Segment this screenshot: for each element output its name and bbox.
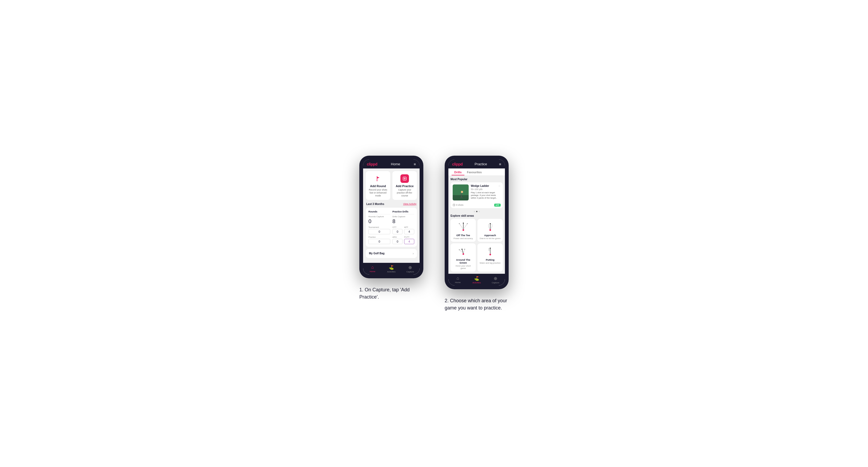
drill-thumbnail [453, 184, 469, 200]
hamburger-icon-2[interactable]: ≡ [499, 162, 501, 166]
dot-3[interactable] [478, 211, 480, 212]
svg-point-36 [488, 248, 489, 249]
rounds-capture-label: Rounds Capture [368, 215, 390, 218]
stats-header: Last 3 Months View Activity [366, 203, 417, 206]
nav-activities-2[interactable]: ⛳ Activities [467, 274, 486, 285]
nav-capture-1[interactable]: ⊕ Capture [401, 263, 420, 275]
phone1-bottom-nav: ⌂ Home ⛳ Activities ⊕ Capture [363, 263, 420, 275]
drill-footer: 9 shots APP [451, 203, 503, 208]
atg-name: Around The Green [453, 258, 474, 264]
approach-name: Approach [484, 234, 496, 237]
skill-card-approach[interactable]: Approach Dial-in to hit the green [477, 219, 503, 242]
phone1-header-title: Home [391, 162, 400, 166]
phone2-header: clippd Practice ≡ [448, 159, 505, 168]
skill-card-ott[interactable]: Off The Tee Power and accuracy [451, 219, 476, 242]
caption-1: 1. On Capture, tap 'Add Practice'. [359, 286, 423, 301]
drill-yardage: 50–100 yds [471, 188, 501, 191]
add-practice-title: Add Practice [396, 184, 413, 188]
add-round-card[interactable]: Add Round Record your shots fast or enha… [366, 171, 390, 200]
tournament-label: Tournament [368, 226, 390, 228]
phone1-section: clippd Home ≡ [359, 156, 423, 301]
arg-label: ARG [393, 236, 403, 238]
capture-nav-icon-1: ⊕ [408, 265, 412, 270]
putt-value: 4 [404, 239, 414, 244]
nav-home-2[interactable]: ⌂ Home [448, 274, 467, 285]
putting-name: Putting [486, 258, 495, 261]
svg-point-30 [490, 254, 491, 255]
ott-value: 0 [393, 229, 403, 234]
featured-drill-card[interactable]: Wedge Ladder ☆ 50–100 yds Play 1 shot at… [451, 182, 503, 208]
skill-card-putting[interactable]: Putting Make and lag practice [477, 243, 503, 272]
clippd-logo-1: clippd [367, 162, 377, 166]
app-stat: APP 4 [404, 226, 414, 234]
arg-stat: ARG 0 [393, 236, 403, 244]
nav-home-1[interactable]: ⌂ Home [363, 263, 382, 275]
star-icon[interactable]: ☆ [498, 184, 501, 187]
practice-drills-title: Practice Drills [393, 210, 414, 214]
activities-nav-icon-1: ⛳ [389, 265, 394, 270]
stats-grid: Rounds Rounds Capture 0 Tournament 0 [366, 208, 417, 247]
svg-point-22 [490, 223, 491, 224]
svg-point-19 [463, 223, 464, 224]
svg-point-3 [404, 178, 405, 179]
add-practice-desc: Capture your practice off-the-course [395, 188, 415, 197]
svg-line-15 [459, 224, 463, 229]
add-practice-card[interactable]: Add Practice Capture your practice off-t… [393, 171, 417, 200]
putt-label: PUTT [404, 236, 414, 238]
tab-drills[interactable]: Drills [452, 168, 464, 176]
phone2-header-title: Practice [474, 162, 487, 166]
caption-2: 2. Choose which area of your game you wa… [445, 297, 509, 312]
skill-areas-title: Explore skill areas [451, 214, 503, 217]
home-nav-label-1: Home [370, 270, 375, 273]
tabs-row: Drills Favourites [448, 168, 505, 176]
home-nav-icon-2: ⌂ [457, 276, 459, 281]
nav-activities-1[interactable]: ⛳ Activities [382, 263, 401, 275]
putting-diagram [484, 246, 497, 257]
svg-point-20 [467, 223, 468, 224]
svg-point-23 [463, 253, 464, 255]
clippd-logo-2: clippd [452, 162, 463, 166]
ott-name: Off The Tee [456, 234, 470, 237]
approach-diagram [484, 221, 497, 232]
phone1-screen: clippd Home ≡ [363, 159, 420, 275]
golf-bag-label: My Golf Bag [369, 252, 384, 255]
phone1-header: clippd Home ≡ [363, 159, 420, 168]
phone1: clippd Home ≡ [359, 156, 423, 278]
stats-row: Rounds Rounds Capture 0 Tournament 0 [368, 210, 414, 244]
svg-line-17 [463, 224, 467, 229]
skill-card-atg[interactable]: Around The Green Hone your short game [451, 243, 476, 272]
ott-diagram [457, 221, 470, 232]
svg-point-28 [461, 249, 463, 250]
add-round-desc: Record your shots fast or enhanced mode [368, 188, 388, 197]
activities-nav-icon-2: ⛳ [474, 276, 479, 281]
svg-point-21 [490, 229, 491, 231]
activities-nav-label-2: Activities [472, 281, 481, 284]
svg-line-13 [454, 205, 455, 205]
capture-nav-label-2: Capture [492, 281, 499, 284]
nav-capture-2[interactable]: ⊕ Capture [486, 274, 505, 285]
tab-favourites[interactable]: Favourites [464, 168, 485, 176]
dot-2[interactable] [476, 211, 477, 212]
action-cards: Add Round Record your shots fast or enha… [366, 171, 417, 200]
home-nav-icon-1: ⌂ [371, 265, 374, 270]
activities-nav-label-1: Activities [387, 271, 396, 273]
phone1-screen-content: Add Round Record your shots fast or enha… [363, 168, 420, 263]
svg-point-27 [459, 249, 460, 250]
dot-1[interactable] [474, 211, 475, 212]
svg-point-18 [459, 223, 460, 224]
svg-point-1 [377, 180, 377, 181]
golf-bag-row[interactable]: My Golf Bag › [366, 249, 417, 258]
rounds-title: Rounds [368, 210, 390, 214]
ott-desc: Power and accuracy [454, 237, 473, 240]
rounds-sub-stats: Tournament 0 Practice 0 [368, 226, 390, 244]
approach-desc: Dial-in to hit the green [479, 237, 500, 240]
rounds-col: Rounds Rounds Capture 0 Tournament 0 [368, 210, 390, 244]
skill-grid: Off The Tee Power and accuracy [451, 219, 503, 272]
phone2-section: clippd Practice ≡ Drills Favourites [445, 156, 509, 312]
carousel-dots [451, 211, 503, 212]
view-activity-link[interactable]: View Activity [403, 203, 416, 205]
svg-point-6 [461, 191, 463, 193]
drill-info: Wedge Ladder ☆ 50–100 yds Play 1 shot at… [471, 184, 501, 200]
svg-point-14 [463, 229, 464, 231]
hamburger-icon-1[interactable]: ≡ [414, 162, 416, 166]
